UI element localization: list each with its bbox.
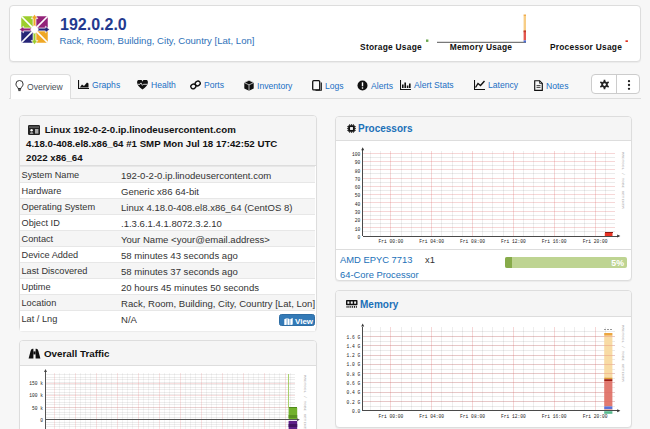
- svg-text:RRDTOOL / TOBI OETIKER: RRDTOOL / TOBI OETIKER: [303, 375, 308, 429]
- svg-text:RRDTOOL / TOBI OETIKER: RRDTOOL / TOBI OETIKER: [621, 325, 626, 382]
- svg-text:Fri 20:00: Fri 20:00: [583, 239, 608, 244]
- svg-text:1.4 G: 1.4 G: [346, 344, 360, 349]
- svg-text:20: 20: [355, 218, 361, 223]
- svg-text:Fri 04:00: Fri 04:00: [419, 414, 444, 419]
- svg-text:100 k: 100 k: [29, 393, 43, 398]
- svg-text:150 k: 150 k: [29, 381, 43, 386]
- svg-text:Fri 20:00: Fri 20:00: [583, 414, 608, 419]
- svg-text:60: 60: [355, 185, 361, 190]
- svg-text:0.2 G: 0.2 G: [346, 400, 360, 405]
- svg-text:Fri 00:00: Fri 00:00: [378, 239, 403, 244]
- svg-text:Fri 08:00: Fri 08:00: [460, 239, 485, 244]
- svg-text:10: 10: [355, 227, 361, 232]
- svg-text:30: 30: [355, 210, 361, 215]
- svg-text:40: 40: [355, 202, 361, 207]
- svg-text:100: 100: [352, 152, 361, 157]
- svg-text:0.0: 0.0: [352, 409, 361, 414]
- svg-text:80: 80: [355, 169, 361, 174]
- svg-text:Memory Usage: Memory Usage: [450, 42, 513, 52]
- svg-text:Storage Usage: Storage Usage: [360, 42, 422, 52]
- svg-text:Fri 12:00: Fri 12:00: [501, 414, 526, 419]
- svg-text:0.8 G: 0.8 G: [346, 372, 360, 377]
- svg-text:0.6 G: 0.6 G: [346, 381, 360, 386]
- svg-text:1.0 G: 1.0 G: [346, 362, 360, 367]
- svg-text:50 k: 50 k: [32, 406, 43, 411]
- svg-text:Fri 08:00: Fri 08:00: [460, 414, 485, 419]
- svg-text:Fri 04:00: Fri 04:00: [419, 239, 444, 244]
- svg-text:70: 70: [355, 177, 361, 182]
- svg-text:Fri 00:00: Fri 00:00: [378, 414, 403, 419]
- svg-text:1.6 G: 1.6 G: [346, 335, 360, 340]
- svg-text:Processor Usage: Processor Usage: [550, 42, 622, 52]
- svg-text:90: 90: [355, 160, 361, 165]
- svg-text:Fri 16:00: Fri 16:00: [542, 414, 567, 419]
- svg-text:0: 0: [357, 235, 360, 240]
- svg-text:0: 0: [40, 418, 43, 423]
- svg-text:Fri 12:00: Fri 12:00: [501, 239, 526, 244]
- svg-text:RRDTOOL / TOBI OETIKER: RRDTOOL / TOBI OETIKER: [621, 152, 626, 209]
- svg-text:1.2 G: 1.2 G: [346, 353, 360, 358]
- svg-text:50: 50: [355, 193, 361, 198]
- svg-text:0.4 G: 0.4 G: [346, 390, 360, 395]
- svg-text:Fri 16:00: Fri 16:00: [542, 239, 567, 244]
